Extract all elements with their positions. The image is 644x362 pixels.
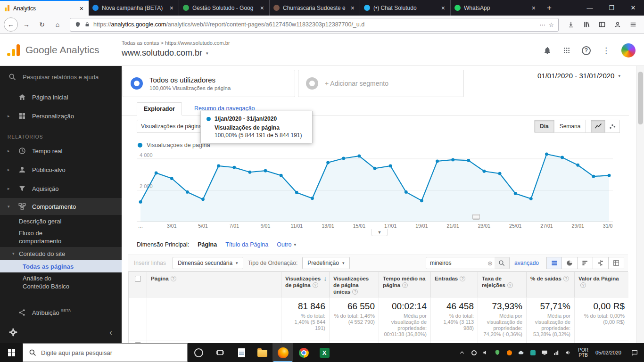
speaker-icon[interactable] <box>564 349 572 356</box>
taskbar-app-firefox[interactable] <box>272 343 293 362</box>
hidden-icons-chevron[interactable] <box>458 349 466 356</box>
pageviews-chart[interactable]: 2 0004 000…3/015/017/019/0111/0113/0115/… <box>137 150 613 230</box>
help-icon[interactable]: ? <box>352 289 358 295</box>
column-header-bounce-rate[interactable]: Taxa de rejeições? <box>478 272 526 297</box>
sort-type-button[interactable]: Predefinição ▾ <box>302 257 349 269</box>
forward-button[interactable]: → <box>19 17 33 32</box>
browser-tab-whatsapp[interactable]: WhatsApp × <box>451 0 541 16</box>
select-all-checkbox[interactable] <box>135 276 141 282</box>
column-header-page[interactable]: Página? <box>147 272 281 297</box>
help-icon[interactable]: ? <box>402 282 408 288</box>
new-tab-button[interactable]: + <box>541 0 557 16</box>
antivirus-shield-icon[interactable] <box>494 349 501 356</box>
tracking-shield-icon[interactable] <box>74 21 81 28</box>
comparison-view-button[interactable] <box>593 257 609 269</box>
page-scrollbar[interactable] <box>636 66 644 343</box>
dimension-other[interactable]: Outro ▾ <box>277 241 296 248</box>
volume-mixer-icon[interactable] <box>482 349 489 356</box>
taskbar-search[interactable]: Digite aqui para pesquisar <box>23 343 188 362</box>
dimension-page[interactable]: Página <box>198 241 217 248</box>
tab-close-icon[interactable]: × <box>530 4 537 12</box>
table-view-button[interactable] <box>546 257 562 269</box>
sidebar-item-attribution[interactable]: Atribuição BETA <box>0 304 122 321</box>
record-tray-icon[interactable] <box>470 349 478 356</box>
app-tray-icon[interactable] <box>529 349 537 356</box>
browser-tab-nova-campanha[interactable]: Nova campanha (BETA) × <box>89 0 179 16</box>
sidebar-toggle-icon[interactable] <box>595 17 609 32</box>
downloads-icon[interactable] <box>564 17 578 32</box>
notification-dot-icon[interactable] <box>505 349 513 356</box>
sidebar-item-all-pages[interactable]: Todas as páginas <box>0 260 122 272</box>
back-button[interactable]: ← <box>4 17 18 32</box>
tab-explorer[interactable]: Explorador <box>137 102 182 115</box>
add-segment-button[interactable]: + Adicionar segmento <box>298 70 464 97</box>
help-icon[interactable]: ? <box>582 46 591 55</box>
motion-chart-view-button[interactable] <box>605 120 620 133</box>
sidebar-item-acquisition[interactable]: ▸ Aquisição <box>0 179 122 198</box>
help-icon[interactable]: ? <box>313 282 318 288</box>
library-icon[interactable] <box>579 17 594 32</box>
column-header-pageviews[interactable]: Visualizações de página?↓ <box>281 272 329 297</box>
minimize-button[interactable]: — <box>579 0 601 16</box>
sidebar-item-behavior[interactable]: ▾ Comportamento <box>0 198 122 215</box>
start-button[interactable] <box>0 343 23 362</box>
sidebar-item-personalization[interactable]: ▸ Personalização <box>0 107 122 125</box>
sidebar-item-site-content[interactable]: ▾ Conteúdo do site <box>0 247 122 260</box>
apps-grid-icon[interactable] <box>563 47 570 54</box>
display-icon[interactable] <box>541 349 548 356</box>
notifications-bell-icon[interactable] <box>543 46 552 55</box>
kebab-menu-icon[interactable]: ⋮ <box>602 46 610 56</box>
segment-chip-all-users[interactable]: Todos os utilizadores 100,00% Visualizaç… <box>123 70 295 97</box>
taskbar-app-file-explorer[interactable] <box>252 343 272 362</box>
tab-close-icon[interactable]: × <box>78 5 85 12</box>
percentage-view-button[interactable] <box>562 257 578 269</box>
tab-close-icon[interactable]: × <box>349 4 356 12</box>
taskbar-app-chrome[interactable] <box>293 343 314 362</box>
table-search-input[interactable] <box>426 257 496 269</box>
column-header-entrances[interactable]: Entradas? <box>430 272 478 297</box>
browser-tab-gestao-solutudo[interactable]: Gestão Solutudo - Goog × <box>179 0 270 16</box>
page-actions-icon[interactable]: ⋯ <box>539 21 545 28</box>
browser-tab-analytics[interactable]: Analytics × <box>0 0 89 16</box>
tab-close-icon[interactable]: × <box>168 4 175 12</box>
maximize-button[interactable]: ❐ <box>601 0 622 16</box>
column-header-unique-pageviews[interactable]: Visualizações de página únicas? <box>329 272 379 297</box>
sidebar-item-audience[interactable]: ▸ Público-alvo <box>0 160 122 179</box>
sidebar-item-content-drilldown[interactable]: Análise do Conteúdo Básico <box>0 272 122 292</box>
lock-icon[interactable] <box>84 22 90 27</box>
sidebar-item-behavior-flow[interactable]: Fluxo de comportamento <box>0 227 122 247</box>
bookmark-star-icon[interactable]: ☆ <box>549 21 554 28</box>
home-button[interactable]: ⌂ <box>50 17 65 32</box>
property-selector[interactable]: www.solutudo.com.br ▾ <box>122 48 208 58</box>
granularity-day-button[interactable]: Dia <box>534 120 554 133</box>
cloud-icon[interactable] <box>517 349 525 356</box>
help-icon[interactable]: ? <box>171 276 176 281</box>
browser-tab-churrascaria[interactable]: Churrascaria Sudoeste e × <box>270 0 360 16</box>
chart-expander-button[interactable]: ▼ <box>372 229 388 236</box>
account-avatar[interactable] <box>621 43 636 58</box>
action-center-button[interactable] <box>625 343 644 362</box>
language-indicator[interactable]: POR PTB <box>575 343 592 362</box>
granularity-week-button[interactable]: Semana <box>554 120 586 133</box>
url-bar[interactable]: https://analytics.google.com/analytics/w… <box>70 18 559 32</box>
ga-logo[interactable]: Google Analytics <box>7 44 99 56</box>
account-icon[interactable] <box>611 17 625 32</box>
clear-search-icon[interactable]: ⊗ <box>487 260 493 267</box>
taskbar-app-document[interactable] <box>231 343 252 362</box>
column-header-exit-rate[interactable]: % de saídas? <box>526 272 574 297</box>
annotation-marker[interactable] <box>472 214 480 220</box>
metric-selector[interactable]: Visualizações de página <box>137 120 208 133</box>
sort-descending-icon[interactable]: ↓ <box>324 275 327 282</box>
line-chart-view-button[interactable] <box>591 120 605 133</box>
pivot-view-button[interactable] <box>609 257 624 269</box>
help-icon[interactable]: ? <box>563 276 569 281</box>
table-row[interactable] <box>129 340 147 343</box>
collapse-sidebar-icon[interactable]: ‹ <box>109 328 112 337</box>
cortana-button[interactable] <box>188 343 209 362</box>
reload-button[interactable]: ↻ <box>35 17 49 32</box>
sidebar-search[interactable]: Pesquisar relatórios e ajuda <box>0 66 122 88</box>
help-icon[interactable]: ? <box>507 282 513 288</box>
browser-tab-chat-solutudo[interactable]: (•) Chat Solutudo × <box>360 0 451 16</box>
advanced-search-link[interactable]: avançado <box>514 260 539 266</box>
tab-close-icon[interactable]: × <box>440 4 446 12</box>
